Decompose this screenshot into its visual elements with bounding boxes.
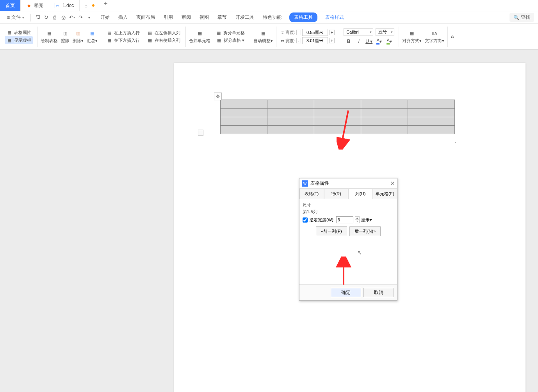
search-icon: 🔍 [513,15,519,20]
file-menu[interactable]: ≡ 文件 ▾ [4,12,27,22]
insert-below-button[interactable]: ▦在下方插入行 [105,37,141,44]
rtab-start[interactable]: 开始 [100,12,110,22]
quick-toolbar: ≡ 文件 ▾ 🖫 ↻ ⎙ ◎ ↶▾ ↷ ▾ 开始 插入 页面布局 引用 审阅 视… [0,11,538,24]
dropdown-icon[interactable]: ▾ [86,14,93,21]
new-tab-button[interactable]: + [99,0,112,11]
range-label: 第1-5列 [303,209,394,215]
merge-button[interactable]: ▦合并单元格 [188,29,212,45]
dlg-tab-row[interactable]: 行(R) [324,189,349,199]
document-table[interactable] [220,100,455,134]
table-props-icon: ▦ [6,29,12,36]
cursor-icon: ↖ [357,249,362,256]
height-control[interactable]: ⇕ 高度: - + [281,29,335,36]
draw-table-button[interactable]: ▤绘制表格 [39,29,59,45]
table-move-handle[interactable]: ✥ [214,93,222,100]
italic-button[interactable]: I [355,37,363,45]
autofit-button[interactable]: ▦自动调整▾ [252,29,274,45]
dialog-tabs: 表格(T) 行(R) 列(U) 单元格(E) [299,189,397,199]
table-props-button[interactable]: ▦表格属性 [5,29,32,36]
flame-icon: ◆ [26,3,32,8]
rtab-special[interactable]: 特色功能 [262,12,282,22]
dialog-footer: 确定 取消 [299,284,397,300]
saveas-icon[interactable]: ↻ [43,14,50,21]
text-dir-icon: IIA [431,30,438,37]
table-resize-handle[interactable]: ⌐ [455,139,458,145]
dlg-tab-cell[interactable]: 单元格(E) [373,189,397,199]
insert-left-button[interactable]: ▦在左侧插入列 [146,29,181,36]
size-label: 尺寸 [303,202,394,208]
height-icon: ⇕ [281,30,284,35]
width-spinner[interactable]: ▴▾ [355,216,360,223]
size-select[interactable]: 五号 [376,28,394,36]
show-grid-button[interactable]: ▦显示虚框 [5,36,33,44]
text-dir-button[interactable]: IIA文字方向▾ [424,29,445,45]
rtab-dev[interactable]: 开发工具 [235,12,255,22]
align-button[interactable]: ▦对齐方式▾ [401,29,423,45]
insert-above-button[interactable]: ▦在上方插入行 [105,29,141,36]
rtab-table-tools[interactable]: 表格工具 [289,12,317,22]
delete-button[interactable]: ▥删除▾ [71,29,85,45]
width-input[interactable] [302,37,328,44]
app-icon: W [302,180,308,187]
rtab-ref[interactable]: 引用 [163,12,174,22]
specify-width-label: 指定宽度(W): [309,217,335,223]
width-control[interactable]: ⇔ 宽度: - + [281,37,335,44]
rtab-table-style[interactable]: 表格样式 [324,12,345,22]
rtab-layout[interactable]: 页面布局 [135,12,156,22]
dialog-body: 尺寸 第1-5列 指定宽度(W): ▴▾ 厘米▾ «前一列(P) 后一列(N)» [299,199,397,284]
ribbon: ▦表格属性 ▦显示虚框 ▤绘制表格 ◫擦除 ▥删除▾ ▦汇总▾ ▦在上方插入行 … [0,24,538,50]
screen-icon[interactable]: ⌂ [84,3,87,9]
status-dot-icon [92,4,94,7]
split-table-button[interactable]: ▦拆分表格 ▾ [215,37,245,44]
col-left-icon: ▦ [147,30,153,36]
summary-icon: ▦ [88,30,96,37]
tab-status-icons: ⌂ [80,0,99,11]
search-box[interactable]: 🔍 查找 [509,13,534,22]
cancel-button[interactable]: 取消 [363,288,394,297]
autofit-icon: ▦ [259,30,267,37]
specify-width-checkbox[interactable] [303,217,308,223]
rtab-chapter[interactable]: 章节 [217,12,228,22]
ok-button[interactable]: 确定 [331,288,361,297]
rtab-review[interactable]: 审阅 [181,12,192,22]
insert-right-button[interactable]: ▦在右侧插入列 [146,37,181,44]
grid-icon: ▦ [6,37,12,43]
tab-daoke[interactable]: ◆ 稻壳 [21,0,49,11]
tab-doc[interactable]: W 1.doc [49,0,80,11]
next-col-button[interactable]: 后一列(N)» [349,226,381,236]
font-select[interactable]: Calibri [344,28,373,36]
dlg-tab-table[interactable]: 表格(T) [299,189,324,199]
bold-button[interactable]: B [345,37,353,45]
fx-button[interactable]: fx [450,34,456,40]
rtab-insert[interactable]: 插入 [118,12,128,22]
dlg-tab-col[interactable]: 列(U) [348,189,373,199]
dialog-titlebar[interactable]: W 表格属性 ✕ [299,178,397,189]
erase-button[interactable]: ◫擦除 [60,29,71,45]
document-area: ✥ ⌐ W 表格属性 ✕ 表格(T) 行(R) 列(U) 单元格(E) 尺寸 第… [0,50,538,392]
prev-col-button[interactable]: «前一列(P) [316,226,347,236]
highlight-button[interactable]: A▾ [385,37,393,45]
doc-icon: W [55,3,60,8]
rtab-view[interactable]: 视图 [199,12,210,22]
ribbon-tab-list: 开始 插入 页面布局 引用 审阅 视图 章节 开发工具 特色功能 表格工具 表格… [100,12,345,22]
font-color-button[interactable]: A▾ [375,37,383,45]
height-input[interactable] [302,29,328,36]
row-above-icon: ▦ [106,30,112,36]
save-icon[interactable]: 🖫 [34,14,41,21]
split-table-icon: ▦ [216,37,222,43]
summary-button[interactable]: ▦汇总▾ [86,29,99,45]
width-icon: ⇔ [281,38,284,43]
split-cell-icon: ▦ [216,30,222,36]
preview-icon[interactable]: ◎ [60,14,67,21]
tab-home[interactable]: 首页 [0,0,21,11]
col-right-icon: ▦ [147,37,153,43]
underline-button[interactable]: U ▾ [365,37,373,45]
undo-icon[interactable]: ↶▾ [68,14,75,21]
dialog-title: 表格属性 [310,180,329,187]
width-value-input[interactable] [336,216,353,223]
close-button[interactable]: ✕ [390,180,395,186]
redo-icon[interactable]: ↷ [77,14,84,21]
width-unit[interactable]: 厘米▾ [361,217,372,223]
print-icon[interactable]: ⎙ [51,14,58,21]
split-cell-button[interactable]: ▦拆分单元格 [215,29,246,36]
